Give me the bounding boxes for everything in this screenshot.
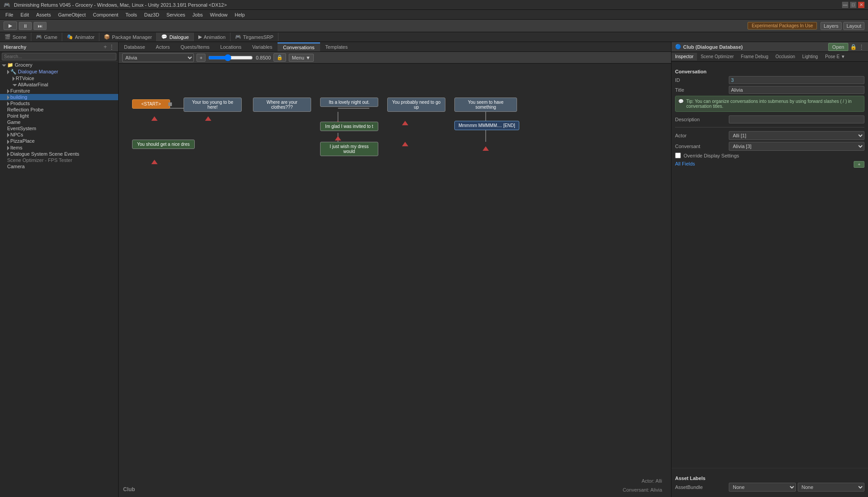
tab-dialogue[interactable]: 💬 Dialogue: [157, 33, 193, 41]
dtab-conversations[interactable]: Conversations: [278, 42, 320, 51]
zoom-lock-button[interactable]: 🔒: [274, 53, 286, 62]
canvas-label: Club: [123, 486, 135, 493]
node-5[interactable]: You seem to have something: [454, 98, 517, 112]
conversation-dropdown[interactable]: Alivia: [122, 53, 194, 62]
field-row-override-display: Override Display Settings: [675, 153, 864, 158]
svg-marker-17: [151, 160, 158, 164]
toolbar-play-button[interactable]: ▶: [4, 21, 17, 30]
actor-select[interactable]: Alli [1]: [729, 131, 864, 140]
node-6[interactable]: Im glad I was invited to t: [320, 122, 378, 131]
hierarchy-item-rtvoice[interactable]: RTVoice: [0, 75, 118, 81]
menu-item-help[interactable]: Help: [231, 11, 248, 18]
itab-lighting[interactable]: Lighting: [799, 53, 821, 60]
node-2[interactable]: Where are your clothes???: [253, 98, 311, 112]
hierarchy-item-eventsystem[interactable]: EventSystem: [0, 125, 118, 132]
toolbar-pause-button[interactable]: ⏸: [19, 22, 32, 30]
hierarchy-item-camera[interactable]: Camera: [0, 163, 118, 170]
description-field[interactable]: [729, 115, 864, 123]
hierarchy-item-items[interactable]: Items: [0, 144, 118, 151]
hierarchy-item-point-light[interactable]: Point light: [0, 113, 118, 119]
hierarchy-item-reflection-probe[interactable]: Reflection Probe: [0, 106, 118, 113]
close-button[interactable]: ✕: [858, 2, 864, 8]
dtab-quests[interactable]: Quests/Items: [175, 43, 215, 51]
inspector-lock-button[interactable]: 🔒: [850, 44, 857, 50]
maximize-button[interactable]: □: [850, 2, 856, 8]
hierarchy-item-grocery[interactable]: 📁 Grocery: [0, 62, 118, 68]
dtab-database[interactable]: Database: [119, 43, 150, 51]
tab-package-manager[interactable]: 📦 Package Manager: [99, 33, 157, 41]
hierarchy-item-dialogue-manager[interactable]: 🔧 Dialogue Manager: [0, 68, 118, 75]
add-field-button[interactable]: +: [854, 161, 864, 168]
tab-animator[interactable]: 🎭 Animator: [62, 33, 99, 41]
node-4[interactable]: You probably need to go up: [387, 98, 445, 112]
id-field[interactable]: [729, 76, 864, 84]
tip-icon: 💬: [678, 99, 684, 109]
layers-dropdown[interactable]: Layers: [821, 22, 842, 30]
hierarchy-menu-button[interactable]: ⋮: [109, 43, 115, 50]
itab-pose[interactable]: Pose E ▼: [821, 53, 849, 60]
add-conversation-button[interactable]: +: [197, 54, 205, 62]
all-fields-toggle[interactable]: All Fields: [675, 161, 695, 166]
title-field[interactable]: [729, 86, 864, 94]
hierarchy-item-products[interactable]: Products: [0, 100, 118, 106]
node-3[interactable]: Its a lovely night out.: [320, 98, 378, 107]
inspector-open-button[interactable]: Open: [828, 43, 848, 51]
asset-bundle-label: AssetBundle: [675, 484, 729, 490]
svg-marker-16: [483, 146, 489, 151]
menu-item-services[interactable]: Services: [163, 11, 189, 18]
hierarchy-search-input[interactable]: [2, 53, 116, 60]
svg-marker-15: [402, 142, 408, 146]
itab-inspector[interactable]: Inspector: [671, 53, 697, 60]
menu-item-file[interactable]: File: [2, 11, 17, 18]
menu-item-component[interactable]: Component: [89, 11, 122, 18]
tab-game[interactable]: 🎮 Game: [31, 33, 62, 41]
conversant-select[interactable]: Alivia [3]: [729, 142, 864, 151]
menu-item-edit[interactable]: Edit: [17, 11, 33, 18]
hierarchy-tree: 📁 Grocery 🔧 Dialogue Manager RTVoice All…: [0, 62, 118, 497]
menu-item-daz3d[interactable]: Daz3D: [141, 11, 163, 18]
hierarchy-item-scene-optimizer[interactable]: Scene Optimizer - FPS Tester: [0, 157, 118, 163]
hierarchy-item-allavatarfinal[interactable]: AllAvatarFinal: [0, 81, 118, 88]
inspector-menu-button[interactable]: ⋮: [859, 43, 864, 50]
override-display-checkbox[interactable]: [675, 153, 681, 158]
node-7[interactable]: I just wish my dress would: [320, 142, 378, 156]
hierarchy-item-npcs[interactable]: NPCs: [0, 132, 118, 138]
asset-bundle-select[interactable]: None: [729, 483, 796, 492]
node-end[interactable]: Mmmmm MMMMM.... [END]: [454, 121, 519, 130]
dtab-actors[interactable]: Actors: [150, 43, 175, 51]
itab-scene-optimizer[interactable]: Scene Optimizer: [697, 53, 737, 60]
hierarchy-item-furniture[interactable]: Furniture: [0, 88, 118, 94]
svg-marker-12: [402, 121, 408, 125]
menu-item-jobs[interactable]: Jobs: [189, 11, 206, 18]
asset-labels-header: Asset Labels: [675, 476, 864, 481]
minimize-button[interactable]: —: [842, 2, 848, 8]
node-1[interactable]: Your too young to be here!: [184, 98, 242, 112]
field-row-description: Description: [675, 115, 864, 123]
dtab-variables[interactable]: Variables: [247, 43, 278, 51]
menu-item-window[interactable]: Window: [206, 11, 231, 18]
node-9[interactable]: You should get a nice dres: [132, 140, 195, 149]
hierarchy-item-building[interactable]: building: [0, 94, 118, 100]
override-display-label: Override Display Settings: [684, 153, 739, 158]
hierarchy-item-game[interactable]: Game: [0, 119, 118, 125]
layout-dropdown[interactable]: Layout: [843, 22, 864, 30]
menu-item-tools[interactable]: Tools: [122, 11, 141, 18]
asset-bundle-variant-select[interactable]: None: [798, 483, 865, 492]
itab-frame-debug[interactable]: Frame Debug: [737, 53, 772, 60]
hierarchy-item-pizzaplace[interactable]: PizzaPlace: [0, 138, 118, 144]
hierarchy-item-dialogue-scene-events[interactable]: Dialogue System Scene Events: [0, 151, 118, 157]
dialogue-canvas[interactable]: <START> Your too young to be here! Where…: [119, 64, 671, 497]
zoom-slider[interactable]: [208, 54, 253, 61]
itab-occlusion[interactable]: Occlusion: [772, 53, 799, 60]
tab-animation[interactable]: ▶ Animation: [194, 33, 231, 41]
tab-scene[interactable]: 🎬 Scene: [0, 33, 31, 41]
dtab-locations[interactable]: Locations: [215, 43, 247, 51]
node-start[interactable]: <START>: [132, 99, 170, 109]
hierarchy-add-button[interactable]: +: [103, 43, 107, 50]
dtab-templates[interactable]: Templates: [320, 43, 353, 51]
menu-button[interactable]: Menu ▼: [289, 54, 313, 62]
toolbar-step-button[interactable]: ⏭: [34, 22, 47, 30]
menu-item-assets[interactable]: Assets: [33, 11, 55, 18]
menu-item-gameobject[interactable]: GameObject: [55, 11, 90, 18]
tab-tirgames[interactable]: 🎮 TirgamesSRP: [231, 33, 278, 41]
